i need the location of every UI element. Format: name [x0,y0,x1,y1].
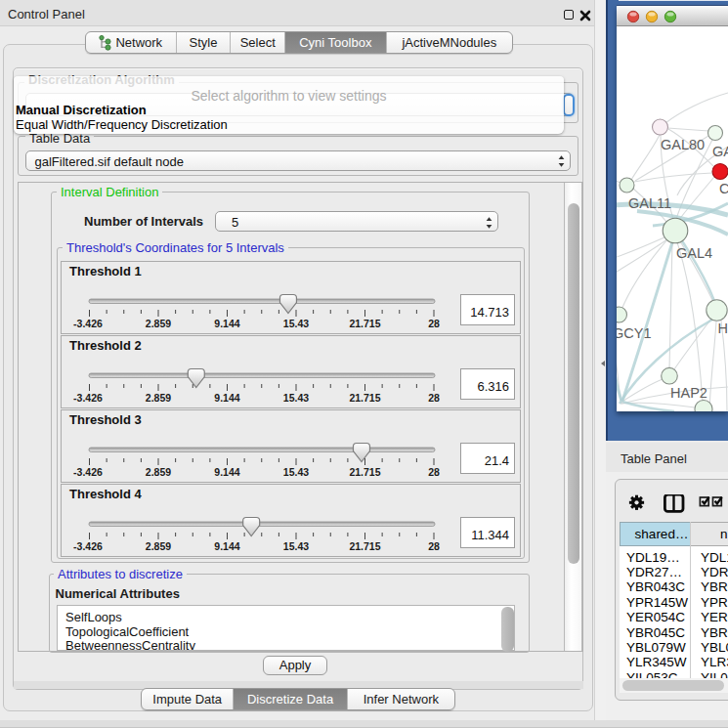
svg-text:28: 28 [428,392,440,404]
svg-text:2.859: 2.859 [146,318,171,329]
svg-text:HAP2: HAP2 [670,385,707,401]
svg-text:-3.426: -3.426 [73,540,103,552]
svg-text:H: H [718,321,728,336]
svg-text:9.144: 9.144 [214,466,239,478]
svg-text:-3.426: -3.426 [73,466,103,478]
svg-text:15.43: 15.43 [283,466,309,478]
svg-text:15.43: 15.43 [283,318,309,329]
svg-text:C: C [719,181,728,196]
svg-text:GAL11: GAL11 [628,195,671,211]
svg-text:2.859: 2.859 [146,466,171,478]
svg-text:21.715: 21.715 [349,318,380,329]
svg-text:28: 28 [428,540,440,552]
svg-text:15.43: 15.43 [283,540,309,552]
svg-text:GAL4: GAL4 [676,245,712,261]
svg-text:21.715: 21.715 [349,392,380,404]
svg-text:28: 28 [428,318,440,329]
svg-text:GCY1: GCY1 [617,325,652,341]
svg-text:21.715: 21.715 [349,466,380,478]
svg-text:GA: GA [712,144,728,159]
svg-text:28: 28 [428,466,440,478]
svg-text:9.144: 9.144 [214,540,239,552]
svg-text:9.144: 9.144 [214,392,239,404]
svg-text:GAL80: GAL80 [661,137,705,152]
svg-text:2.859: 2.859 [146,392,171,404]
svg-text:9.144: 9.144 [214,318,239,329]
svg-text:15.43: 15.43 [283,392,309,404]
svg-text:21.715: 21.715 [349,540,380,552]
svg-text:2.859: 2.859 [146,540,171,552]
svg-text:-3.426: -3.426 [73,392,103,404]
svg-text:-3.426: -3.426 [73,318,103,329]
